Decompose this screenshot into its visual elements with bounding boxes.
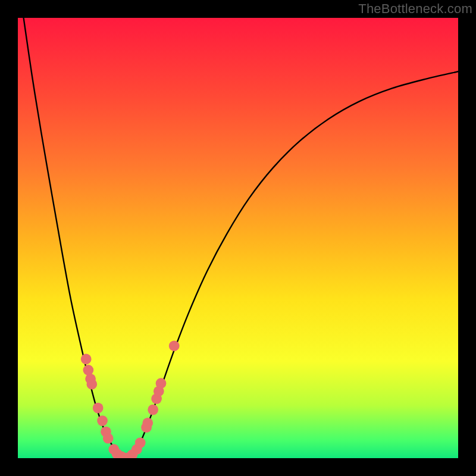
chart-stage: TheBottleneck.com bbox=[0, 0, 476, 476]
watermark-text: TheBottleneck.com bbox=[358, 1, 472, 17]
plot-area bbox=[18, 18, 458, 458]
severity-gradient bbox=[18, 18, 458, 458]
